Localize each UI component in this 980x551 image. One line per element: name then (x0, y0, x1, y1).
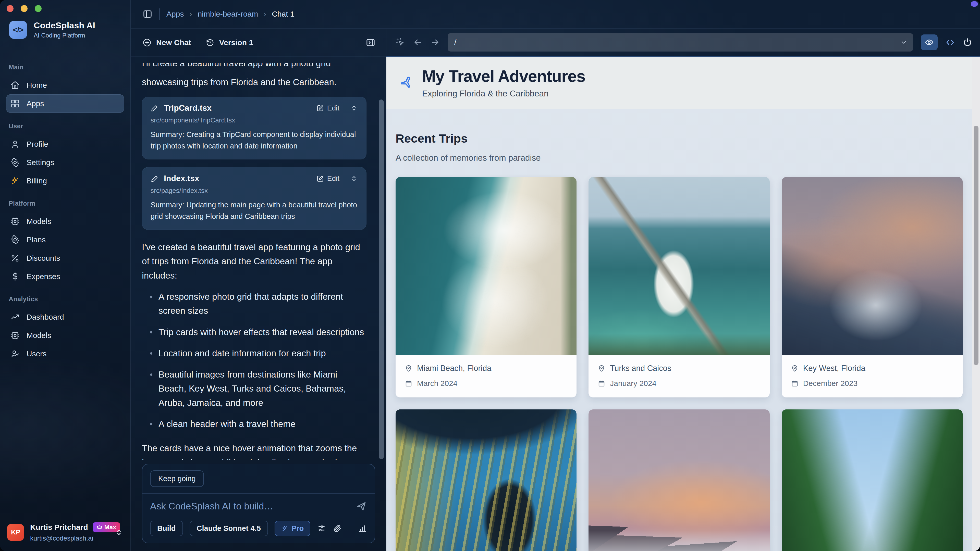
divider (142, 493, 375, 494)
code-view-button[interactable] (945, 38, 955, 47)
prompt-input[interactable]: Ask CodeSplash AI to build… (150, 501, 356, 512)
send-icon[interactable] (356, 501, 367, 512)
trip-card[interactable] (782, 410, 963, 551)
preview-page: My Travel Adventures Exploring Florida &… (387, 57, 972, 551)
percent-icon (10, 253, 20, 263)
trip-photo-cruise-ship (589, 177, 770, 355)
travel-app-title: My Travel Adventures (422, 67, 585, 86)
sidebar-item-profile[interactable]: Profile (6, 135, 124, 153)
sidebar-item-label: Dashboard (27, 313, 64, 321)
code-logo-icon: </> (9, 21, 27, 39)
breadcrumb-apps-link[interactable]: Apps (166, 10, 184, 18)
sidebar-item-label: Billing (27, 176, 47, 185)
url-input[interactable]: / (454, 38, 900, 47)
list-item: Location and date information for each t… (142, 346, 366, 360)
sidebar-item-label: Home (27, 81, 47, 89)
edit-square-icon (317, 104, 324, 112)
panel-left-toggle-icon[interactable] (142, 9, 153, 19)
chat-messages[interactable]: I'll create a beautiful travel app with … (130, 57, 386, 460)
chevron-down-icon[interactable] (900, 38, 907, 46)
sidebar-item-billing[interactable]: Billing (6, 171, 124, 190)
chevrons-up-down-icon[interactable] (115, 528, 123, 537)
gear-icon (10, 158, 20, 167)
trip-date: December 2023 (791, 379, 953, 388)
sidebar-item-label: Apps (27, 99, 44, 108)
gear-icon (10, 235, 20, 245)
file-card-index[interactable]: Index.tsx Edit src/pages/Inde (142, 167, 366, 230)
preview-eye-button[interactable] (921, 35, 938, 50)
user-menu[interactable]: KP Kurtis Pritchard Max kurtis@codesplas… (0, 516, 130, 551)
sidebar-item-users[interactable]: Users (6, 345, 124, 363)
dollar-icon (10, 272, 20, 281)
version-button[interactable]: Version 1 (205, 38, 253, 47)
sidebar-item-apps[interactable]: Apps (6, 94, 124, 113)
travel-app-header: My Travel Adventures Exploring Florida &… (387, 57, 972, 109)
list-item: Trip cards with hover effects that revea… (142, 325, 366, 339)
close-window-button[interactable] (6, 5, 14, 12)
preview-scrollbar-track[interactable] (972, 57, 980, 551)
breadcrumb: Apps › nimble-bear-roam › Chat 1 (166, 10, 294, 18)
chat-scrollbar[interactable] (379, 100, 384, 459)
message-bullet-list: A responsive photo grid that adapts to d… (142, 289, 366, 431)
sidebar-item-expenses[interactable]: Expenses (6, 267, 124, 286)
trip-photo-scuba-diver (396, 410, 576, 551)
chevrons-up-down-icon[interactable] (350, 104, 358, 112)
minimize-window-button[interactable] (21, 5, 27, 12)
breadcrumb-current: Chat 1 (272, 10, 294, 18)
trip-card[interactable] (589, 410, 770, 551)
paperclip-icon[interactable] (333, 524, 342, 533)
window-controls (6, 5, 41, 12)
trip-location: Turks and Caicos (598, 364, 760, 373)
sidebar-item-plans[interactable]: Plans (6, 230, 124, 249)
breadcrumb-bar: Apps › nimble-bear-roam › Chat 1 (130, 0, 980, 29)
chat-panel: New Chat Version 1 I'll create a beauti (130, 29, 386, 551)
zoom-window-button[interactable] (35, 5, 41, 12)
panel-right-open-icon[interactable] (366, 38, 375, 48)
back-arrow-icon[interactable] (413, 38, 423, 47)
forward-arrow-icon[interactable] (430, 38, 440, 47)
model-select[interactable]: Claude Sonnet 4.5 (189, 521, 268, 536)
trip-card-keywest[interactable]: Key West, Florida December 2023 (782, 177, 963, 397)
list-item: A clean header with a travel theme (142, 417, 366, 431)
chevrons-up-down-icon[interactable] (350, 175, 358, 183)
breadcrumb-separator: › (189, 10, 192, 18)
power-icon[interactable] (963, 38, 972, 47)
calendar-icon (791, 380, 799, 387)
grid-icon (10, 99, 20, 108)
trip-card[interactable] (396, 410, 576, 551)
trip-location: Key West, Florida (791, 364, 953, 373)
preview-scrollbar-thumb[interactable] (974, 126, 978, 365)
trip-photo-storm-wave (782, 177, 963, 355)
plane-icon (399, 75, 414, 91)
edit-file-button[interactable]: Edit (317, 104, 339, 112)
cursor-click-icon[interactable] (396, 38, 405, 47)
sidebar-item-settings[interactable]: Settings (6, 153, 124, 171)
crown-icon (97, 524, 102, 530)
new-chat-button[interactable]: New Chat (142, 38, 191, 47)
breadcrumb-app-link[interactable]: nimble-bear-roam (197, 10, 258, 18)
edit-file-button[interactable]: Edit (317, 175, 339, 183)
trip-card-turks[interactable]: Turks and Caicos January 2024 (589, 177, 770, 397)
notification-dot (971, 1, 978, 6)
url-bar[interactable]: / (448, 33, 913, 52)
bar-chart-icon[interactable] (358, 524, 367, 533)
pencil-icon (151, 104, 159, 112)
sidebar-item-dashboard[interactable]: Dashboard (6, 308, 124, 326)
edit-square-icon (317, 175, 324, 183)
trip-card-miami[interactable]: Miami Beach, Florida March 2024 (396, 177, 576, 397)
sidebar-item-label: Models (27, 331, 51, 340)
mode-select[interactable]: Build (150, 521, 183, 536)
sidebar-item-home[interactable]: Home (6, 76, 124, 94)
pro-plan-chip[interactable]: Pro (275, 521, 310, 536)
suggestion-chip[interactable]: Keep going (150, 470, 204, 487)
message-text: The cards have a nice hover animation th… (142, 441, 366, 460)
sidebar-item-models-analytics[interactable]: Models (6, 326, 124, 345)
file-card-tripcard[interactable]: TripCard.tsx Edit src/compone (142, 97, 366, 159)
sliders-icon[interactable] (317, 524, 326, 533)
travel-app-subtitle: Exploring Florida & the Caribbean (422, 89, 585, 98)
sidebar-item-models[interactable]: Models (6, 212, 124, 230)
sidebar-item-discounts[interactable]: Discounts (6, 249, 124, 267)
calendar-icon (405, 380, 412, 387)
preview-panel: / (386, 29, 980, 551)
sidebar-item-label: Plans (27, 235, 46, 244)
